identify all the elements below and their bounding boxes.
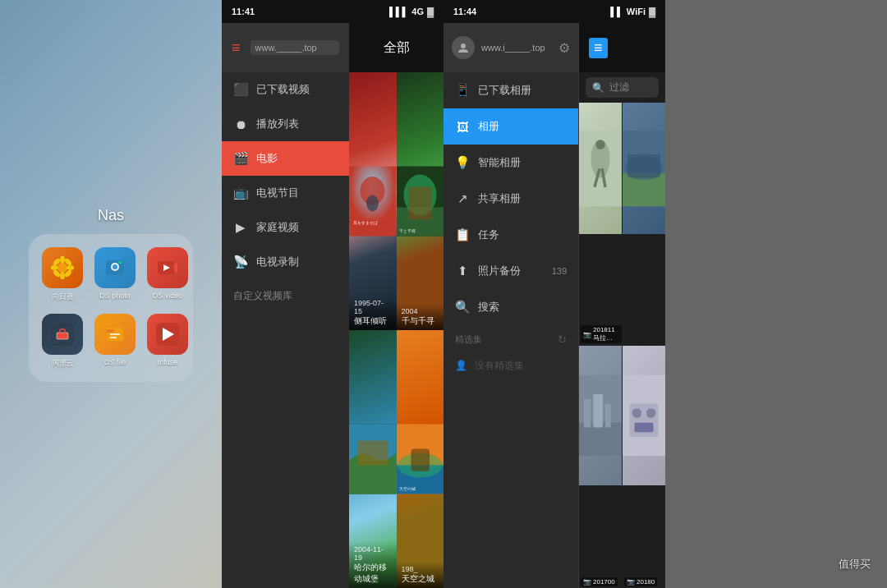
filter-search-text: 过滤 xyxy=(609,80,629,94)
app-icon-aliyun xyxy=(42,314,83,355)
refresh-icon[interactable]: ↻ xyxy=(558,333,567,346)
photo-thumbnails: 📷 201811马拉… xyxy=(579,103,665,588)
photo-sidebar-header: www.i_____.top ⚙ xyxy=(444,23,578,72)
thumb-city-bg xyxy=(579,346,622,485)
app-label-aliyun: 阿里云 xyxy=(52,358,74,369)
photo-thumb-city[interactable]: 📷 201700 xyxy=(579,346,622,588)
app-icon-dsphoto xyxy=(94,247,136,288)
poster-sen: 千と千尋 xyxy=(397,72,444,330)
search-nav-icon: 🔍 xyxy=(455,300,470,315)
thumb-runner-bg xyxy=(579,103,622,234)
photo-thumb-landscape[interactable] xyxy=(623,103,665,345)
poster-mimi: 耳をすませば xyxy=(349,72,397,330)
app-label-infuse: Infuse xyxy=(158,358,178,366)
battery-icon: ▓ xyxy=(427,7,434,16)
svg-rect-50 xyxy=(627,154,660,178)
sidebar-item-label-playlist: 播放列表 xyxy=(256,117,299,131)
folder-box: 向日葵 DS photo xyxy=(29,234,193,382)
app-item-infuse[interactable]: Infuse xyxy=(147,314,188,369)
svg-rect-55 xyxy=(605,404,611,428)
avatar-icon xyxy=(452,36,475,59)
photo-search-bar[interactable]: 🔍 过滤 xyxy=(586,77,659,98)
photo-nav-shared[interactable]: ↗ 共享相册 xyxy=(444,181,578,217)
app-item-dsvideo[interactable]: DS video xyxy=(147,247,188,302)
app-label-dsphoto: DS photo xyxy=(99,292,131,300)
app-item-dsphoto[interactable]: DS photo xyxy=(94,247,136,302)
poster-tenku: 天空の城 xyxy=(397,330,444,588)
movies-icon: 🎬 xyxy=(233,151,248,166)
sidebar-item-tvrecord[interactable]: 📡 电视录制 xyxy=(222,245,349,279)
sidebar-item-tvshow[interactable]: 📺 电视节目 xyxy=(222,176,349,210)
hamburger-icon[interactable]: ≡ xyxy=(232,39,241,57)
sidebar-item-label-downloaded: 已下载视频 xyxy=(256,82,310,97)
sidebar-item-downloaded[interactable]: ⬛ 已下载视频 xyxy=(222,72,349,107)
status-bar-video: 11:41 ▌▌▌ 4G ▓ xyxy=(222,0,444,23)
app-icon-dsfile xyxy=(94,314,136,355)
app-icon-dsvideo xyxy=(147,247,188,288)
video-card-howl[interactable]: 2004-11-19 哈尔的移动城堡 xyxy=(349,330,397,588)
app-folder[interactable]: Nas xyxy=(29,207,193,382)
downloaded-icon: ⬛ xyxy=(233,82,248,97)
app-icon-infuse xyxy=(147,314,188,355)
watermark-label: 值得买 xyxy=(839,557,871,572)
section-label-text: 精选集 xyxy=(455,333,482,346)
status-bar-photo: 11:44 ▌▌ WiFi ▓ xyxy=(444,0,665,23)
photo-thumb-marathon[interactable]: 📷 201811马拉… xyxy=(579,103,622,345)
homevideo-icon: ▶ xyxy=(233,220,248,235)
dsvideo-sidebar: ≡ www._____.top ⬛ 已下载视频 ⏺ 播放列表 🎬 电影 📺 电视… xyxy=(222,23,349,588)
photo-nav-task[interactable]: 📋 任务 xyxy=(444,217,578,253)
video-card-tenku[interactable]: 天空の城 198_ 天空之城 xyxy=(397,330,444,588)
smart-icon: 💡 xyxy=(455,155,470,170)
panel-watermark: 值得买 xyxy=(665,0,887,588)
sidebar-item-label-tvshow: 电视节目 xyxy=(256,186,299,200)
svg-text:耳をすませば: 耳をすませば xyxy=(353,221,379,225)
svg-point-26 xyxy=(366,195,379,212)
svg-rect-35 xyxy=(357,441,388,466)
dsvideo-header: 全部 xyxy=(349,23,444,72)
svg-rect-54 xyxy=(593,394,603,427)
photo-nav-search[interactable]: 🔍 搜索 xyxy=(444,289,578,325)
video-card-sen[interactable]: 千と千尋 2004 千与千寻 xyxy=(397,72,444,330)
sidebar-url: www._____.top xyxy=(250,40,339,55)
svg-text:千と千尋: 千と千尋 xyxy=(398,228,415,233)
app-item-aliyun[interactable]: 阿里云 xyxy=(42,314,83,369)
photo-nav-backup[interactable]: ⬆ 照片备份 139 xyxy=(444,253,578,289)
app-item-xiangrikui[interactable]: 向日葵 xyxy=(42,247,83,302)
status-time-photo: 11:44 xyxy=(453,7,476,16)
photo-empty-text: 👤 没有精选集 xyxy=(444,349,578,383)
video-card-mimi[interactable]: 耳をすませば 1995-07-15 侧耳倾听 xyxy=(349,72,397,330)
sidebar-item-playlist[interactable]: ⏺ 播放列表 xyxy=(222,107,349,141)
dsvideo-body: ≡ www._____.top ⬛ 已下载视频 ⏺ 播放列表 🎬 电影 📺 电视… xyxy=(222,23,444,588)
sidebar-custom-library[interactable]: 自定义视频库 xyxy=(222,279,349,313)
photo-thumb-toys[interactable]: 📷 20180 xyxy=(623,346,665,588)
signal-bars: WiFi xyxy=(627,7,646,16)
video-overlay-sen: 2004 千与千寻 xyxy=(397,304,444,330)
settings-gear-icon[interactable]: ⚙ xyxy=(558,40,570,56)
photo-icon-city: 📷 xyxy=(583,578,591,586)
photo-content-right: ≡ 🔍 过滤 xyxy=(579,23,665,588)
svg-rect-52 xyxy=(579,423,622,456)
sidebar-item-movies[interactable]: 🎬 电影 xyxy=(222,141,349,176)
signal-icon: ▌▌▌ xyxy=(389,7,408,16)
battery-icon-photo: ▓ xyxy=(649,7,655,16)
photo-nav-downloaded[interactable]: 📱 已下载相册 xyxy=(444,72,578,108)
thumb-landscape-bg xyxy=(623,103,665,234)
folder-label: Nas xyxy=(98,207,124,224)
photo-icon-toys: 📷 xyxy=(627,578,635,586)
hamburger-blue-icon[interactable]: ≡ xyxy=(589,38,608,58)
video-title-tenku: 天空之城 xyxy=(402,573,439,585)
app-item-dsfile[interactable]: DS file xyxy=(94,314,136,369)
sidebar-item-homevideo[interactable]: ▶ 家庭视频 xyxy=(222,210,349,245)
photo-thumb-row-1: 📷 201811马拉… xyxy=(579,103,665,345)
svg-rect-31 xyxy=(409,187,432,220)
photo-nav-label-shared: 共享相册 xyxy=(478,191,521,206)
status-icons-photo: ▌▌ WiFi ▓ xyxy=(610,7,655,16)
photo-nav-album[interactable]: 🖼 相册 xyxy=(444,108,578,145)
video-title-howl: 哈尔的移动城堡 xyxy=(354,562,392,585)
video-date-mimi: 1995-07-15 xyxy=(354,299,392,315)
tvrecord-icon: 📡 xyxy=(233,255,248,269)
svg-rect-53 xyxy=(584,399,591,428)
photo-nav-smart[interactable]: 💡 智能相册 xyxy=(444,145,578,181)
svg-point-0 xyxy=(57,263,67,273)
svg-rect-39 xyxy=(411,449,430,472)
